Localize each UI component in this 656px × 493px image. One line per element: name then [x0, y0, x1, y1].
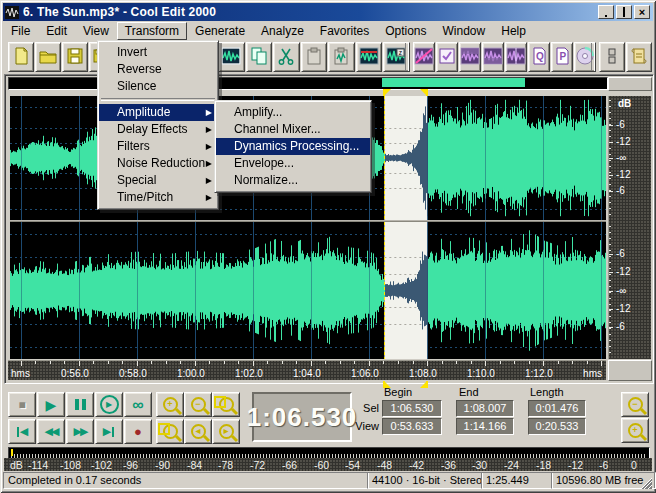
phase-analysis-button[interactable] [505, 42, 527, 72]
ruler-tick [238, 361, 239, 364]
menu-item-label: Noise Reduction [117, 156, 205, 170]
scripts-batch-button[interactable] [626, 42, 652, 72]
record-button[interactable]: ● [124, 419, 152, 444]
selection-left-flag-top[interactable] [384, 89, 391, 96]
minimize-button[interactable] [598, 5, 614, 19]
menu-item-amplitude[interactable]: Amplitude▶ [99, 104, 217, 121]
play-list-button[interactable]: P [551, 42, 573, 72]
submenu-arrow-icon: ▶ [206, 104, 212, 121]
ruler-tick [79, 361, 80, 366]
cut-button[interactable] [273, 42, 300, 72]
menu-transform[interactable]: Transform [117, 22, 187, 40]
level-meter-scale: dB-114-108-102-96-90-84-78-72-66-60-54-4… [4, 458, 652, 471]
ruler-tick [35, 361, 36, 364]
menu-favorites[interactable]: Favorites [312, 22, 377, 40]
ruler-label: 0:58.0 [119, 368, 147, 379]
menu-item-delay-effects[interactable]: Delay Effects▶ [99, 121, 217, 138]
paste-button[interactable] [301, 42, 328, 72]
maximize-button[interactable] [616, 5, 632, 19]
vertical-zoom-in-button[interactable]: + [621, 418, 649, 443]
menu-item-time-pitch[interactable]: Time/Pitch▶ [99, 189, 217, 206]
view-end-value[interactable]: 1:14.166 [456, 418, 514, 435]
sel-begin-value[interactable]: 1:06.530 [382, 400, 442, 417]
meter-scale-label: -36 [441, 459, 456, 471]
submenu-item-channel-mixer[interactable]: Channel Mixer... [216, 121, 370, 138]
vertical-zoom-out-button[interactable]: − [621, 392, 649, 417]
ruler-tick [587, 361, 588, 364]
waveform-view-button[interactable] [413, 42, 435, 72]
spectral-view-button[interactable] [459, 42, 481, 72]
submenu-item-envelope[interactable]: Envelope... [216, 155, 370, 172]
menu-item-silence[interactable]: Silence [99, 78, 217, 95]
mix-paste-button[interactable] [328, 42, 355, 72]
copy-button[interactable] [246, 42, 273, 72]
sel-end-value[interactable]: 1:08.007 [456, 400, 514, 417]
menu-generate[interactable]: Generate [187, 22, 253, 40]
menu-item-reverse[interactable]: Reverse [99, 61, 217, 78]
menu-window[interactable]: Window [435, 22, 494, 40]
zoom-to-selection-button[interactable] [156, 419, 184, 444]
fast-forward-button[interactable]: ▶▶ [66, 419, 94, 444]
db-minor-tick [609, 316, 611, 317]
window-arrange-button[interactable] [599, 42, 625, 72]
submenu-item-dynamics-processing[interactable]: Dynamics Processing... [216, 138, 370, 155]
db-ruler[interactable]: dB-6-12-∞-12-6-6-12-∞-12-6 [608, 96, 651, 359]
menu-item-filters[interactable]: Filters▶ [99, 138, 217, 155]
zoom-in-button[interactable]: + [156, 392, 184, 417]
waveform-right-channel[interactable] [10, 222, 606, 359]
menu-item-label: Silence [117, 79, 156, 93]
view-length-value[interactable]: 0:20.533 [528, 418, 586, 435]
doc-p-icon: P [552, 46, 572, 69]
resize-grip[interactable] [640, 477, 652, 489]
submenu-arrow-icon: ▶ [206, 172, 212, 189]
meter-scale-label: -72 [250, 459, 265, 471]
menu-file[interactable]: File [3, 22, 38, 40]
options-settings-button[interactable] [436, 42, 458, 72]
insert-into-multitrack-button[interactable] [218, 42, 245, 72]
trim-button[interactable] [356, 42, 383, 72]
menu-item-invert[interactable]: Invert [99, 44, 217, 61]
db-ruler-header: dB [618, 98, 631, 109]
close-button[interactable]: × [634, 5, 650, 19]
zoom-out-button[interactable]: − [184, 392, 212, 417]
open-file-button[interactable] [35, 42, 61, 72]
db-label: -12 [616, 266, 630, 277]
menu-item-noise-reduction[interactable]: Noise Reduction▶ [99, 155, 217, 172]
menu-edit[interactable]: Edit [38, 22, 75, 40]
save-file-button[interactable] [62, 42, 88, 72]
play-circled-icon: ▶ [100, 395, 119, 414]
title-bar[interactable]: 6. The Sun.mp3* - Cool Edit 2000 × [3, 3, 653, 21]
menu-view[interactable]: View [75, 22, 117, 40]
submenu-item-normalize[interactable]: Normalize... [216, 172, 370, 189]
db-minor-tick [609, 142, 611, 143]
menu-help[interactable]: Help [493, 22, 534, 40]
db-minor-tick [609, 172, 611, 173]
go-to-beginning-button[interactable]: ◀ [8, 419, 36, 444]
frequency-analysis-button[interactable] [482, 42, 504, 72]
loop-button[interactable]: ∞ [124, 392, 152, 417]
submenu-item-amplify[interactable]: Amplify... [216, 104, 370, 121]
ruler-tick [543, 361, 544, 366]
overview-viewport[interactable] [382, 78, 525, 87]
menu-analyze[interactable]: Analyze [253, 22, 312, 40]
new-file-button[interactable] [8, 42, 34, 72]
stop-button[interactable]: ■ [8, 392, 36, 417]
db-minor-tick [609, 328, 611, 329]
pause-button[interactable] [66, 392, 94, 417]
cue-list-button[interactable]: Q [528, 42, 550, 72]
view-begin-value[interactable]: 0:53.633 [382, 418, 442, 435]
menu-item-special[interactable]: Special▶ [99, 172, 217, 189]
menu-options[interactable]: Options [377, 22, 434, 40]
sel-length-value[interactable]: 0:01.476 [528, 400, 586, 417]
time-ruler[interactable]: 0:56.00:58.01:00.01:02.01:04.01:06.01:08… [8, 360, 606, 380]
zoom-full-button[interactable] [212, 392, 240, 417]
zoom-left-edge-button[interactable]: ◀ [184, 419, 212, 444]
play-looped-button[interactable]: ▶ [95, 392, 123, 417]
play-button[interactable]: ▶ [37, 392, 65, 417]
go-to-end-button[interactable]: ▶ [95, 419, 123, 444]
db-minor-tick [609, 226, 611, 227]
zoom-right-edge-button[interactable]: ▶ [212, 419, 240, 444]
db-label: -12 [616, 303, 630, 314]
ruler-label: 1:04.0 [293, 368, 321, 379]
rewind-button[interactable]: ◀◀ [37, 419, 65, 444]
